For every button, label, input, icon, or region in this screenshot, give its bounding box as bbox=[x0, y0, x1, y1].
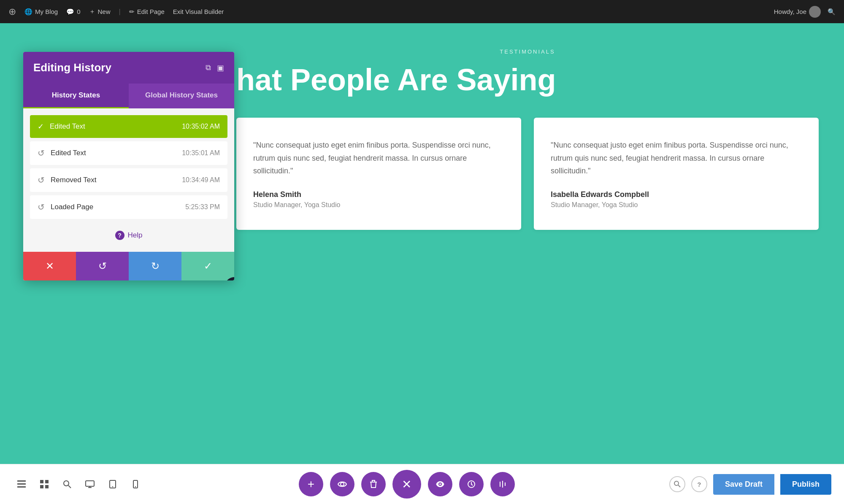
history-item-label: Edited Text bbox=[50, 122, 182, 131]
undo-icon: ↺ bbox=[38, 148, 45, 158]
help-circle-icon: ? bbox=[115, 231, 124, 240]
checkmark-icon: ✓ bbox=[204, 260, 212, 272]
admin-bar-right: Howdy, Joe 🔍 bbox=[774, 6, 836, 18]
separator: | bbox=[119, 8, 121, 16]
history-item-time: 5:25:33 PM bbox=[185, 203, 220, 211]
redo-icon: ↻ bbox=[151, 260, 160, 272]
svg-line-8 bbox=[68, 485, 71, 488]
grid-view-button[interactable] bbox=[35, 475, 53, 493]
confirm-button[interactable]: ✓ bbox=[181, 252, 234, 280]
testimonial-name: Helena Smith bbox=[253, 190, 504, 199]
toggle-visibility-button[interactable] bbox=[330, 472, 354, 496]
toolbar-right: ? Save Draft Publish bbox=[669, 474, 831, 495]
history-item-label: Edited Text bbox=[51, 149, 182, 157]
svg-rect-4 bbox=[45, 480, 49, 483]
svg-point-16 bbox=[341, 482, 344, 486]
exit-builder-link[interactable]: Exit Visual Builder bbox=[173, 8, 224, 15]
history-panel-header: Editing History ⧉ ▣ bbox=[23, 52, 234, 84]
plus-icon: ＋ bbox=[89, 8, 95, 16]
testimonial-quote: "Nunc consequat justo eget enim finibus … bbox=[253, 139, 504, 178]
history-item[interactable]: ↺ Edited Text 10:35:01 AM bbox=[30, 141, 227, 165]
history-panel: Editing History ⧉ ▣ History States Globa… bbox=[23, 52, 234, 280]
search-icon[interactable]: 🔍 bbox=[828, 8, 836, 16]
menu-icon-button[interactable] bbox=[13, 475, 30, 493]
comment-icon: 💬 bbox=[66, 8, 74, 16]
close-editing-button[interactable]: ✕ bbox=[392, 470, 421, 499]
heading-text: hat People Are Saying bbox=[236, 63, 556, 97]
tab-history-states[interactable]: History States bbox=[23, 84, 129, 108]
panel-header-icons: ⧉ ▣ bbox=[206, 63, 224, 73]
blog-name-link[interactable]: 🌐 My Blog bbox=[24, 8, 58, 16]
testimonials-cards: "Nunc consequat justo eget enim finibus … bbox=[236, 118, 819, 230]
history-item[interactable]: ↺ Loaded Page 5:25:33 PM bbox=[30, 195, 227, 219]
history-item-time: 10:35:01 AM bbox=[182, 149, 220, 157]
delete-button[interactable] bbox=[361, 472, 386, 496]
blog-icon: 🌐 bbox=[24, 8, 32, 16]
search-button[interactable] bbox=[58, 475, 76, 493]
history-item[interactable]: ✓ Edited Text 10:35:02 AM bbox=[30, 115, 227, 138]
toolbar-center: + ✕ bbox=[144, 470, 669, 499]
history-button[interactable] bbox=[459, 472, 484, 496]
expand-icon[interactable]: ⧉ bbox=[206, 63, 211, 73]
comments-link[interactable]: 💬 0 bbox=[66, 8, 80, 16]
svg-rect-9 bbox=[86, 481, 94, 486]
history-item[interactable]: ↺ Removed Text 10:34:49 AM bbox=[30, 168, 227, 192]
testimonials-heading: hat People Are Saying bbox=[236, 63, 819, 97]
svg-rect-6 bbox=[45, 485, 49, 488]
testimonial-name: Isabella Edwards Compbell bbox=[551, 190, 802, 199]
history-item-label: Loaded Page bbox=[51, 203, 185, 211]
tablet-view-button[interactable] bbox=[104, 475, 122, 493]
toggle-icon[interactable]: ▣ bbox=[217, 63, 224, 73]
testimonial-card: "Nunc consequat justo eget enim finibus … bbox=[534, 118, 819, 230]
user-greeting[interactable]: Howdy, Joe bbox=[774, 6, 821, 18]
new-button[interactable]: ＋ New bbox=[89, 8, 111, 16]
history-panel-title: Editing History bbox=[33, 61, 111, 74]
settings-button[interactable] bbox=[428, 472, 452, 496]
search-toolbar-icon[interactable] bbox=[669, 476, 685, 492]
save-draft-button[interactable]: Save Draft bbox=[713, 474, 774, 495]
undo-icon: ↺ bbox=[98, 260, 107, 272]
history-panel-body: ✓ Edited Text 10:35:02 AM ↺ Edited Text … bbox=[23, 108, 234, 252]
svg-rect-1 bbox=[17, 483, 26, 485]
history-item-time: 10:34:49 AM bbox=[182, 176, 220, 184]
testimonials-section: TESTIMONIALS hat People Are Saying "Nunc… bbox=[236, 49, 819, 230]
redo-button[interactable]: ↻ bbox=[129, 252, 181, 280]
svg-point-7 bbox=[64, 481, 69, 486]
svg-rect-17 bbox=[372, 480, 375, 482]
mobile-view-button[interactable] bbox=[127, 475, 144, 493]
history-item-time: 10:35:02 AM bbox=[182, 123, 220, 130]
bottom-toolbar: + ✕ ? Save Draft Publish bbox=[0, 464, 844, 504]
user-avatar-icon bbox=[809, 6, 821, 18]
testimonial-card: "Nunc consequat justo eget enim finibus … bbox=[236, 118, 521, 230]
add-module-button[interactable]: + bbox=[299, 472, 323, 496]
toolbar-left bbox=[13, 475, 144, 493]
help-toolbar-icon[interactable]: ? bbox=[691, 476, 707, 492]
undo-icon: ↺ bbox=[38, 202, 45, 212]
testimonial-role: Studio Manager, Yoga Studio bbox=[253, 201, 504, 209]
layout-button[interactable] bbox=[490, 472, 515, 496]
edit-page-link[interactable]: ✏ Edit Page bbox=[129, 8, 165, 16]
wordpress-logo-icon[interactable]: ⊕ bbox=[8, 6, 16, 17]
svg-point-22 bbox=[674, 481, 679, 485]
testimonial-role: Studio Manager, Yoga Studio bbox=[551, 201, 802, 209]
svg-rect-5 bbox=[40, 485, 43, 488]
pencil-icon: ✏ bbox=[129, 8, 135, 16]
close-button[interactable]: ✕ bbox=[23, 252, 76, 280]
desktop-view-button[interactable] bbox=[81, 475, 99, 493]
admin-bar: ⊕ 🌐 My Blog 💬 0 ＋ New | ✏ Edit Page Exit… bbox=[0, 0, 844, 23]
undo-button[interactable]: ↺ bbox=[76, 252, 129, 280]
publish-button[interactable]: Publish bbox=[780, 474, 831, 495]
history-action-bar: ✕ ↺ ↻ ✓ bbox=[23, 252, 234, 280]
close-icon: ✕ bbox=[46, 260, 54, 272]
help-link[interactable]: ? Help bbox=[30, 222, 227, 245]
svg-rect-2 bbox=[17, 486, 26, 488]
tab-global-history-states[interactable]: Global History States bbox=[129, 84, 234, 108]
undo-icon: ↺ bbox=[38, 175, 45, 185]
svg-line-23 bbox=[678, 485, 680, 487]
main-content: Editing History ⧉ ▣ History States Globa… bbox=[0, 23, 844, 344]
svg-rect-3 bbox=[40, 480, 43, 483]
testimonials-label: TESTIMONIALS bbox=[236, 49, 819, 55]
svg-rect-0 bbox=[17, 480, 26, 482]
checkmark-icon: ✓ bbox=[38, 122, 44, 131]
history-item-label: Removed Text bbox=[51, 176, 182, 184]
